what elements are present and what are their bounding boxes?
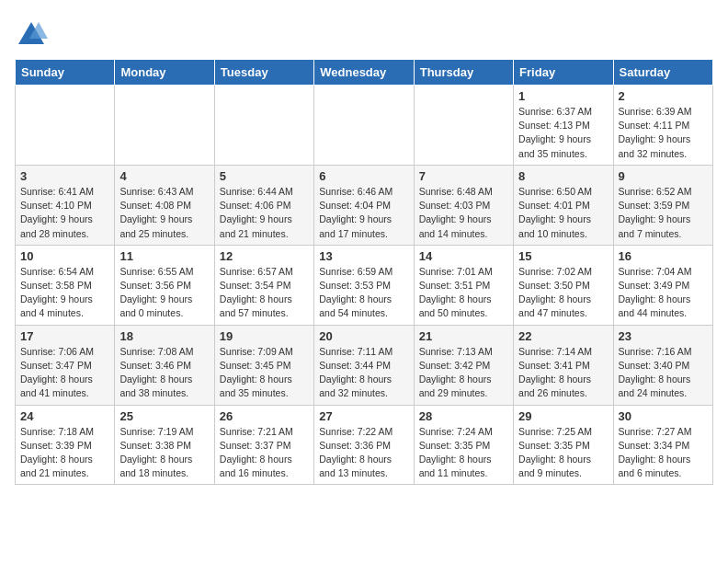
day-info: Sunrise: 7:19 AM Sunset: 3:38 PM Dayligh…	[119, 425, 209, 481]
day-cell: 7Sunrise: 6:48 AM Sunset: 4:03 PM Daylig…	[414, 165, 513, 245]
col-header-monday: Monday	[115, 60, 214, 86]
day-number: 13	[319, 249, 408, 263]
calendar-header-row: SundayMondayTuesdayWednesdayThursdayFrid…	[16, 60, 713, 86]
week-row-1: 1Sunrise: 6:37 AM Sunset: 4:13 PM Daylig…	[16, 86, 713, 166]
day-info: Sunrise: 6:46 AM Sunset: 4:04 PM Dayligh…	[319, 185, 408, 241]
day-info: Sunrise: 7:08 AM Sunset: 3:46 PM Dayligh…	[119, 345, 209, 401]
day-cell: 8Sunrise: 6:50 AM Sunset: 4:01 PM Daylig…	[514, 165, 613, 245]
day-number: 4	[119, 169, 209, 183]
calendar-table: SundayMondayTuesdayWednesdayThursdayFrid…	[15, 59, 713, 485]
day-cell	[314, 86, 414, 166]
day-info: Sunrise: 7:09 AM Sunset: 3:45 PM Dayligh…	[220, 345, 309, 401]
day-info: Sunrise: 7:04 AM Sunset: 3:49 PM Dayligh…	[619, 265, 708, 321]
day-number: 5	[220, 169, 309, 183]
day-cell: 4Sunrise: 6:43 AM Sunset: 4:08 PM Daylig…	[115, 165, 214, 245]
col-header-friday: Friday	[514, 60, 613, 86]
day-number: 8	[518, 169, 608, 183]
day-number: 14	[419, 249, 508, 263]
day-info: Sunrise: 6:59 AM Sunset: 3:53 PM Dayligh…	[319, 265, 408, 321]
day-info: Sunrise: 7:21 AM Sunset: 3:37 PM Dayligh…	[220, 425, 309, 481]
day-info: Sunrise: 6:57 AM Sunset: 3:54 PM Dayligh…	[220, 265, 309, 321]
day-cell: 21Sunrise: 7:13 AM Sunset: 3:42 PM Dayli…	[414, 325, 513, 405]
day-cell: 10Sunrise: 6:54 AM Sunset: 3:58 PM Dayli…	[16, 245, 115, 325]
day-number: 19	[220, 329, 309, 343]
day-cell: 17Sunrise: 7:06 AM Sunset: 3:47 PM Dayli…	[16, 325, 115, 405]
day-cell: 9Sunrise: 6:52 AM Sunset: 3:59 PM Daylig…	[613, 165, 712, 245]
logo-icon	[15, 18, 48, 52]
day-cell: 5Sunrise: 6:44 AM Sunset: 4:06 PM Daylig…	[214, 165, 313, 245]
day-info: Sunrise: 7:11 AM Sunset: 3:44 PM Dayligh…	[319, 345, 408, 401]
day-cell: 28Sunrise: 7:24 AM Sunset: 3:35 PM Dayli…	[414, 405, 513, 485]
day-info: Sunrise: 7:06 AM Sunset: 3:47 PM Dayligh…	[20, 345, 109, 401]
day-number: 22	[518, 329, 608, 343]
day-cell: 24Sunrise: 7:18 AM Sunset: 3:39 PM Dayli…	[16, 405, 115, 485]
day-number: 10	[20, 249, 109, 263]
day-cell: 30Sunrise: 7:27 AM Sunset: 3:34 PM Dayli…	[613, 405, 712, 485]
day-number: 26	[220, 409, 309, 423]
day-number: 2	[619, 89, 708, 103]
day-info: Sunrise: 7:27 AM Sunset: 3:34 PM Dayligh…	[619, 425, 708, 481]
day-info: Sunrise: 6:52 AM Sunset: 3:59 PM Dayligh…	[619, 185, 708, 241]
week-row-4: 17Sunrise: 7:06 AM Sunset: 3:47 PM Dayli…	[16, 325, 713, 405]
day-number: 6	[319, 169, 408, 183]
col-header-saturday: Saturday	[613, 60, 712, 86]
day-cell: 2Sunrise: 6:39 AM Sunset: 4:11 PM Daylig…	[613, 86, 712, 166]
day-number: 24	[20, 409, 109, 423]
col-header-tuesday: Tuesday	[214, 60, 313, 86]
day-number: 9	[619, 169, 708, 183]
day-number: 30	[619, 409, 708, 423]
day-number: 23	[619, 329, 708, 343]
day-info: Sunrise: 6:39 AM Sunset: 4:11 PM Dayligh…	[619, 105, 708, 161]
day-cell: 18Sunrise: 7:08 AM Sunset: 3:46 PM Dayli…	[115, 325, 214, 405]
day-cell: 3Sunrise: 6:41 AM Sunset: 4:10 PM Daylig…	[16, 165, 115, 245]
day-number: 7	[419, 169, 508, 183]
day-info: Sunrise: 6:37 AM Sunset: 4:13 PM Dayligh…	[518, 105, 608, 161]
day-number: 29	[518, 409, 608, 423]
day-info: Sunrise: 7:14 AM Sunset: 3:41 PM Dayligh…	[518, 345, 608, 401]
day-info: Sunrise: 6:48 AM Sunset: 4:03 PM Dayligh…	[419, 185, 508, 241]
logo	[15, 18, 51, 52]
day-number: 18	[119, 329, 209, 343]
day-cell: 20Sunrise: 7:11 AM Sunset: 3:44 PM Dayli…	[314, 325, 414, 405]
day-cell: 26Sunrise: 7:21 AM Sunset: 3:37 PM Dayli…	[214, 405, 313, 485]
day-cell: 25Sunrise: 7:19 AM Sunset: 3:38 PM Dayli…	[115, 405, 214, 485]
day-number: 15	[518, 249, 608, 263]
day-number: 1	[518, 89, 608, 103]
day-info: Sunrise: 7:16 AM Sunset: 3:40 PM Dayligh…	[619, 345, 708, 401]
day-info: Sunrise: 6:44 AM Sunset: 4:06 PM Dayligh…	[220, 185, 309, 241]
day-info: Sunrise: 7:24 AM Sunset: 3:35 PM Dayligh…	[419, 425, 508, 481]
day-info: Sunrise: 6:43 AM Sunset: 4:08 PM Dayligh…	[119, 185, 209, 241]
week-row-5: 24Sunrise: 7:18 AM Sunset: 3:39 PM Dayli…	[16, 405, 713, 485]
day-cell: 22Sunrise: 7:14 AM Sunset: 3:41 PM Dayli…	[514, 325, 613, 405]
day-cell: 29Sunrise: 7:25 AM Sunset: 3:35 PM Dayli…	[514, 405, 613, 485]
day-number: 12	[220, 249, 309, 263]
day-cell: 13Sunrise: 6:59 AM Sunset: 3:53 PM Dayli…	[314, 245, 414, 325]
day-number: 16	[619, 249, 708, 263]
day-info: Sunrise: 6:55 AM Sunset: 3:56 PM Dayligh…	[119, 265, 209, 321]
day-cell: 27Sunrise: 7:22 AM Sunset: 3:36 PM Dayli…	[314, 405, 414, 485]
col-header-sunday: Sunday	[16, 60, 115, 86]
day-cell: 19Sunrise: 7:09 AM Sunset: 3:45 PM Dayli…	[214, 325, 313, 405]
day-info: Sunrise: 6:41 AM Sunset: 4:10 PM Dayligh…	[20, 185, 109, 241]
day-cell: 6Sunrise: 6:46 AM Sunset: 4:04 PM Daylig…	[314, 165, 414, 245]
day-info: Sunrise: 7:13 AM Sunset: 3:42 PM Dayligh…	[419, 345, 508, 401]
day-cell: 16Sunrise: 7:04 AM Sunset: 3:49 PM Dayli…	[613, 245, 712, 325]
day-cell	[115, 86, 214, 166]
day-number: 28	[419, 409, 508, 423]
col-header-thursday: Thursday	[414, 60, 513, 86]
day-number: 11	[119, 249, 209, 263]
day-info: Sunrise: 7:25 AM Sunset: 3:35 PM Dayligh…	[518, 425, 608, 481]
day-info: Sunrise: 6:50 AM Sunset: 4:01 PM Dayligh…	[518, 185, 608, 241]
page-header	[15, 15, 713, 52]
day-cell: 11Sunrise: 6:55 AM Sunset: 3:56 PM Dayli…	[115, 245, 214, 325]
day-cell: 1Sunrise: 6:37 AM Sunset: 4:13 PM Daylig…	[514, 86, 613, 166]
day-number: 21	[419, 329, 508, 343]
day-info: Sunrise: 7:18 AM Sunset: 3:39 PM Dayligh…	[20, 425, 109, 481]
day-cell	[414, 86, 513, 166]
day-info: Sunrise: 7:22 AM Sunset: 3:36 PM Dayligh…	[319, 425, 408, 481]
day-info: Sunrise: 6:54 AM Sunset: 3:58 PM Dayligh…	[20, 265, 109, 321]
day-info: Sunrise: 7:01 AM Sunset: 3:51 PM Dayligh…	[419, 265, 508, 321]
day-cell	[16, 86, 115, 166]
day-number: 25	[119, 409, 209, 423]
day-cell: 12Sunrise: 6:57 AM Sunset: 3:54 PM Dayli…	[214, 245, 313, 325]
